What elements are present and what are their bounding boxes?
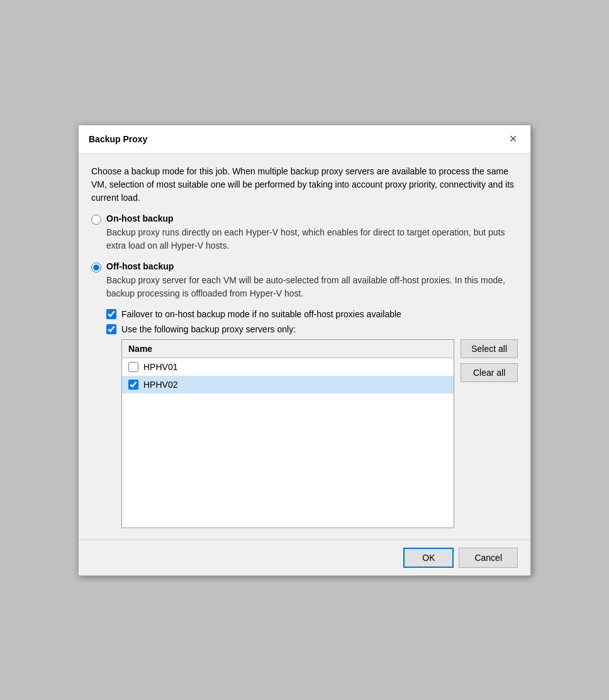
on-host-description: Backup proxy runs directly on each Hyper… (106, 226, 518, 252)
off-host-description: Backup proxy server for each VM will be … (106, 274, 518, 300)
proxy-list-area: Name HPHV01HPHV02 Select all Clear all (121, 339, 518, 528)
proxy-row-checkbox[interactable] (128, 380, 138, 390)
dialog-title: Backup Proxy (89, 134, 147, 144)
proxy-row-name: HPHV02 (143, 380, 177, 390)
proxy-rows-container: HPHV01HPHV02 (122, 358, 454, 393)
proxy-table-header: Name (122, 340, 454, 358)
description-text: Choose a backup mode for this job. When … (91, 165, 518, 205)
use-following-checkbox[interactable] (106, 324, 116, 334)
use-following-row: Use the following backup proxy servers o… (106, 324, 518, 334)
off-host-option: Off-host backup Backup proxy server for … (91, 261, 518, 300)
cancel-button[interactable]: Cancel (459, 548, 518, 568)
table-row[interactable]: HPHV01 (122, 358, 454, 376)
close-button[interactable]: ✕ (505, 132, 520, 147)
select-all-button[interactable]: Select all (461, 339, 518, 358)
off-host-radio[interactable] (91, 262, 101, 273)
failover-row: Failover to on-host backup mode if no su… (106, 309, 518, 319)
ok-button[interactable]: OK (403, 548, 454, 568)
failover-label[interactable]: Failover to on-host backup mode if no su… (121, 309, 401, 319)
use-following-label[interactable]: Use the following backup proxy servers o… (121, 324, 296, 334)
on-host-option: On-host backup Backup proxy runs directl… (91, 213, 518, 252)
proxy-row-checkbox[interactable] (128, 362, 138, 372)
clear-all-button[interactable]: Clear all (461, 363, 518, 382)
table-row[interactable]: HPHV02 (122, 376, 454, 393)
dialog-body: Choose a backup mode for this job. When … (79, 154, 530, 539)
on-host-label[interactable]: On-host backup (106, 213, 518, 223)
dialog-footer: OK Cancel (79, 539, 530, 575)
side-buttons: Select all Clear all (461, 339, 518, 528)
proxy-row-name: HPHV01 (143, 362, 177, 372)
title-bar: Backup Proxy ✕ (79, 125, 530, 154)
failover-checkbox[interactable] (106, 309, 116, 319)
backup-proxy-dialog: Backup Proxy ✕ Choose a backup mode for … (78, 125, 531, 576)
sub-options: Failover to on-host backup mode if no su… (106, 309, 518, 528)
proxy-table: Name HPHV01HPHV02 (121, 339, 454, 528)
on-host-radio[interactable] (91, 215, 101, 225)
off-host-label[interactable]: Off-host backup (106, 261, 518, 271)
